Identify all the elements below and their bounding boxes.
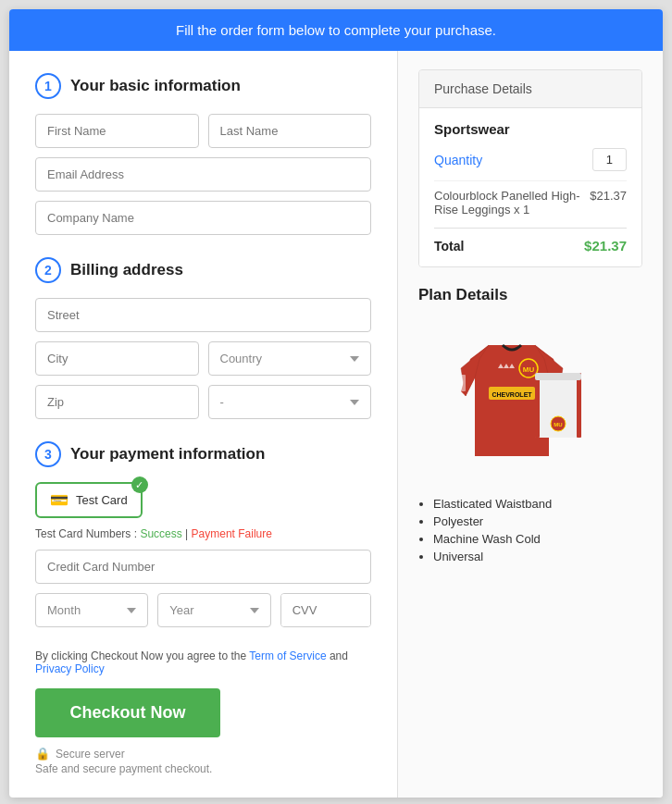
svg-rect-10 [535, 373, 540, 438]
secure-label: Secure server [56, 748, 125, 761]
item-desc: Colourblock Panelled High-Rise Leggings … [434, 189, 582, 216]
state-select[interactable]: - [208, 385, 372, 419]
left-panel: 1 Your basic information 2 Billi [9, 51, 398, 798]
plan-details: Plan Details [418, 286, 642, 563]
card-option[interactable]: 💳 Test Card [35, 482, 143, 518]
billing-header: 2 Billing address [35, 257, 371, 283]
lock-icon: 🔒 [35, 747, 50, 761]
quantity-value: 1 [592, 148, 627, 171]
svg-text:CHEVROLET: CHEVROLET [492, 391, 532, 398]
secure-subtext: Safe and secure payment checkout. [35, 762, 371, 775]
purchase-details-header: Purchase Details [419, 70, 641, 108]
city-input[interactable] [35, 341, 199, 376]
month-year-cvv-row: Month Year [35, 593, 371, 627]
feature-item: Elasticated Waistband [433, 497, 642, 511]
cvv-wrapper [280, 593, 371, 627]
svg-rect-11 [577, 373, 581, 438]
feature-item: Polyester [433, 514, 642, 528]
banner-text: Fill the order form below to complete yo… [176, 22, 496, 38]
terms-conjunction: and [327, 649, 348, 662]
failure-link[interactable]: Payment Failure [192, 527, 272, 540]
main-content: 1 Your basic information 2 Billi [9, 51, 663, 798]
product-image-area: CHEVROLET MU [418, 317, 642, 484]
billing-section: 2 Billing address Country - [35, 257, 371, 419]
company-row [35, 201, 371, 235]
privacy-policy-link[interactable]: Privacy Policy [35, 662, 105, 675]
quantity-label: Quantity [434, 153, 482, 167]
terms-text: By clicking Checkout Now you agree to th… [35, 649, 371, 675]
product-image: CHEVROLET MU [429, 317, 632, 484]
svg-rect-7 [461, 375, 466, 391]
section-title-basic: Your basic information [70, 77, 241, 95]
first-name-input[interactable] [35, 114, 199, 148]
street-input[interactable] [35, 298, 371, 332]
year-select[interactable]: Year [157, 593, 270, 627]
test-card-info: Test Card Numbers : Success | Payment Fa… [35, 527, 371, 540]
section-number-1: 1 [35, 73, 61, 99]
separator: | [185, 527, 188, 540]
basic-info-section: 1 Your basic information [35, 73, 371, 235]
name-row [35, 114, 371, 148]
zip-state-row: - [35, 385, 371, 419]
features-list: Elasticated WaistbandPolyesterMachine Wa… [418, 497, 642, 563]
company-input[interactable] [35, 201, 371, 235]
plan-details-title: Plan Details [418, 286, 642, 304]
checkout-button[interactable]: Checkout Now [35, 688, 220, 737]
payment-header: 3 Your payment information [35, 441, 371, 467]
right-panel: Purchase Details Sportswear Quantity 1 C… [398, 51, 663, 798]
cc-number-input[interactable] [35, 550, 371, 584]
quantity-row: Quantity 1 [434, 148, 627, 171]
purchase-details-box: Purchase Details Sportswear Quantity 1 C… [418, 69, 642, 267]
svg-rect-14 [535, 373, 581, 380]
test-card-prefix: Test Card Numbers : [35, 527, 137, 540]
country-select[interactable]: Country [208, 341, 372, 376]
product-name: Sportswear [434, 121, 627, 137]
svg-text:MU: MU [554, 422, 562, 427]
email-row [35, 157, 371, 192]
zip-input[interactable] [35, 385, 199, 419]
section-title-payment: Your payment information [70, 445, 265, 464]
section-title-billing: Billing address [70, 261, 183, 279]
basic-info-header: 1 Your basic information [35, 73, 371, 99]
page-wrapper: Fill the order form below to complete yo… [9, 9, 663, 798]
section-number-3: 3 [35, 441, 61, 467]
item-row: Colourblock Panelled High-Rise Leggings … [434, 180, 627, 224]
city-country-row: Country [35, 341, 371, 376]
tos-link[interactable]: Term of Service [249, 649, 326, 662]
svg-text:MU: MU [523, 365, 535, 374]
total-label: Total [434, 239, 464, 254]
credit-card-icon: 💳 [50, 491, 68, 509]
street-row [35, 298, 371, 332]
feature-item: Machine Wash Cold [433, 532, 642, 546]
card-label: Test Card [76, 493, 128, 507]
item-price: $21.37 [590, 189, 627, 203]
secure-info: 🔒 Secure server [35, 747, 371, 761]
purchase-details-body: Sportswear Quantity 1 Colourblock Panell… [419, 108, 641, 266]
success-link[interactable]: Success [140, 527, 181, 540]
email-input[interactable] [35, 157, 371, 192]
selected-check-badge [131, 476, 148, 493]
total-amount: $21.37 [584, 238, 627, 254]
month-select[interactable]: Month [35, 593, 148, 627]
section-number-2: 2 [35, 257, 61, 283]
top-banner: Fill the order form below to complete yo… [9, 9, 663, 51]
last-name-input[interactable] [208, 114, 372, 148]
cvv-input[interactable] [281, 594, 371, 626]
terms-prefix: By clicking Checkout Now you agree to th… [35, 649, 249, 662]
payment-section: 3 Your payment information 💳 Test Card T… [35, 441, 371, 627]
total-row: Total $21.37 [434, 228, 627, 254]
feature-item: Universal [433, 550, 642, 563]
cc-number-row [35, 550, 371, 584]
